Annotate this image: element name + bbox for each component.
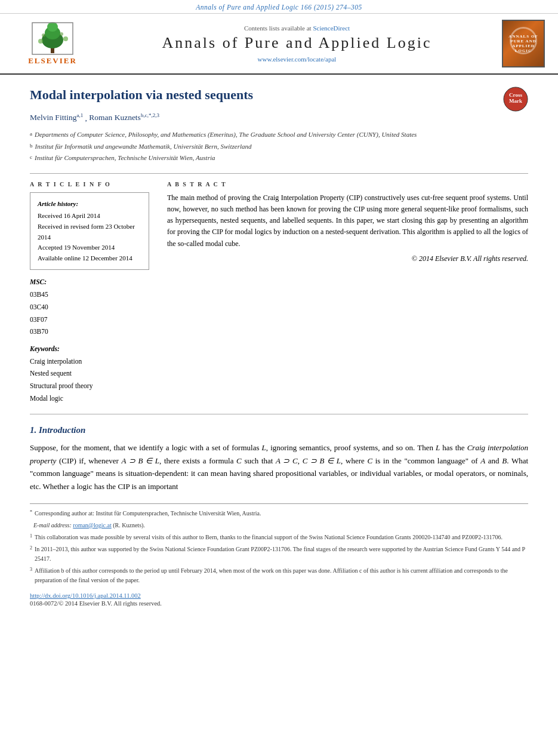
footnote-2: 2 In 2011–2013, this author was supporte…	[30, 545, 528, 564]
msc-label: MSC:	[30, 276, 149, 288]
elsevier-tree-icon	[32, 22, 73, 55]
doi-link-row: http://dx.doi.org/10.1016/j.apal.2014.11…	[30, 592, 528, 599]
title-row: Modal interpolation via nested sequents …	[30, 87, 528, 112]
affiliation-2: b Institut für Informatik und angewandte…	[30, 142, 528, 152]
article-history-block: Article history: Received 16 April 2014 …	[30, 192, 149, 271]
footnote-star-text: Corresponding author at: Institut für Co…	[35, 509, 261, 518]
author2-link[interactable]: Roman Kuznetsb,c,*,2,3	[89, 113, 159, 122]
doi-link[interactable]: http://dx.doi.org/10.1016/j.apal.2014.11…	[30, 592, 141, 599]
journal-title-header: Annals of Pure and Applied Logic	[100, 34, 494, 52]
aff2-text: Institut für Informatik und angewandte M…	[35, 142, 252, 152]
section-1-heading: 1. Introduction	[30, 425, 528, 435]
footnote-3-sup: 3	[30, 566, 32, 585]
journal-header: ELSEVIER Contents lists available at Sci…	[0, 14, 558, 75]
journal-ref-text: Annals of Pure and Applied Logic 166 (20…	[196, 4, 362, 11]
abstract-copyright: © 2014 Elsevier B.V. All rights reserved…	[167, 254, 528, 263]
svg-text:Cross: Cross	[509, 92, 522, 98]
author2-sup: b,c,*,2,3	[141, 112, 159, 118]
author1-link[interactable]: Melvin Fittinga,1	[30, 113, 85, 122]
footnote-email-sup	[30, 521, 31, 530]
kw-2: Nested sequent	[30, 367, 149, 380]
author2-name: Roman Kuznets	[89, 113, 141, 122]
affiliation-3: c Institut für Computersprachen, Technis…	[30, 153, 528, 164]
abstract-column: A B S T R A C T The main method of provi…	[167, 181, 528, 404]
affiliations-section: a Departments of Computer Science, Philo…	[30, 130, 528, 164]
accepted-date: Accepted 19 November 2014	[38, 242, 141, 253]
footnote-2-sup: 2	[30, 545, 32, 564]
msc-section: MSC: 03B45 03C40 03F07 03B70	[30, 276, 149, 337]
msc-code-2: 03C40	[30, 301, 149, 314]
article-info-label: A R T I C L E I N F O	[30, 181, 149, 188]
received-date: Received 16 April 2014	[38, 211, 141, 222]
revised-date: Received in revised form 23 October 2014	[38, 222, 141, 242]
svg-point-5	[38, 39, 43, 44]
issn-text: 0168-0072/© 2014 Elsevier B.V. All right…	[30, 600, 528, 607]
aff1-text: Departments of Computer Science, Philoso…	[35, 130, 417, 140]
history-label: Article history:	[38, 199, 141, 210]
elsevier-wordmark: ELSEVIER	[28, 56, 77, 66]
elsevier-logo-section: ELSEVIER	[11, 22, 94, 66]
journal-header-center: Contents lists available at ScienceDirec…	[100, 24, 494, 63]
abstract-text: The main method of proving the Craig Int…	[167, 192, 528, 250]
footnote-star: * Corresponding author at: Institut für …	[30, 509, 528, 518]
kw-1: Craig interpolation	[30, 355, 149, 368]
msc-code-3: 03F07	[30, 314, 149, 326]
email-link[interactable]: roman@logic.at	[73, 522, 111, 528]
paper-title: Modal interpolation via nested sequents	[30, 87, 253, 104]
science-direct-label: Contents lists available at ScienceDirec…	[100, 24, 494, 32]
aff1-sup: a	[30, 130, 32, 140]
svg-point-7	[42, 33, 45, 37]
journal-url[interactable]: www.elsevier.com/locate/apal	[100, 56, 494, 63]
what-word: What	[511, 456, 528, 465]
aff3-text: Institut für Computersprachen, Technisch…	[35, 153, 215, 164]
elsevier-logo: ELSEVIER	[28, 22, 77, 66]
apal-logo: ANNALS OFPURE ANDAPPLIEDLOGIC	[502, 20, 545, 67]
affiliation-1: a Departments of Computer Science, Philo…	[30, 130, 528, 140]
footnote-email: E-mail address: roman@logic.at (R. Kuzne…	[30, 521, 528, 530]
bottom-links-section: http://dx.doi.org/10.1016/j.apal.2014.11…	[30, 592, 528, 607]
aff3-sup: c	[30, 153, 32, 164]
svg-point-8	[60, 32, 63, 36]
kw-4: Modal logic	[30, 392, 149, 405]
apal-logo-section: ANNALS OFPURE ANDAPPLIEDLOGIC	[500, 20, 547, 67]
footnote-1-text: This collaboration was made possible by …	[35, 533, 502, 542]
journal-ref-bar: Annals of Pure and Applied Logic 166 (20…	[0, 0, 558, 14]
footnote-1: 1 This collaboration was made possible b…	[30, 533, 528, 542]
section-1-title: Introduction	[39, 425, 85, 435]
footnotes-section: * Corresponding author at: Institut für …	[30, 503, 528, 585]
author1-sup: a,1	[76, 112, 83, 118]
keywords-label: Keywords:	[30, 343, 149, 355]
msc-code-4: 03B70	[30, 325, 149, 338]
main-content: Modal interpolation via nested sequents …	[0, 75, 558, 613]
science-direct-link[interactable]: ScienceDirect	[313, 24, 350, 32]
kw-3: Structural proof theory	[30, 380, 149, 392]
author1-name: Melvin Fitting	[30, 113, 76, 122]
svg-point-3	[47, 22, 58, 32]
footnote-star-sup: *	[30, 509, 32, 518]
svg-text:Mark: Mark	[509, 98, 522, 104]
authors-line: Melvin Fittinga,1 , Roman Kuznetsb,c,*,2…	[30, 112, 528, 123]
abstract-label: A B S T R A C T	[167, 181, 528, 188]
msc-code-1: 03B45	[30, 288, 149, 301]
footnote-3: 3 Affiliation b of this author correspon…	[30, 566, 528, 585]
section-divider-1	[30, 173, 528, 174]
article-info-column: A R T I C L E I N F O Article history: R…	[30, 181, 149, 404]
intro-paragraph-1: Suppose, for the moment, that we identif…	[30, 441, 528, 493]
svg-point-6	[63, 36, 68, 41]
footnote-2-text: In 2011–2013, this author was supported …	[35, 545, 528, 564]
footnote-3-text: Affiliation b of this author corresponds…	[35, 566, 528, 585]
footnote-email-text: E-mail address: roman@logic.at (R. Kuzne…	[33, 521, 145, 530]
crossmark-icon[interactable]: Cross Mark	[503, 87, 528, 112]
section-divider-2	[30, 414, 528, 414]
aff2-sup: b	[30, 142, 33, 152]
available-date: Available online 12 December 2014	[38, 253, 141, 264]
article-info-abstract-cols: A R T I C L E I N F O Article history: R…	[30, 181, 528, 404]
keywords-section: Keywords: Craig interpolation Nested seq…	[30, 343, 149, 404]
section-1-number: 1.	[30, 425, 39, 435]
footnote-1-sup: 1	[30, 533, 32, 542]
